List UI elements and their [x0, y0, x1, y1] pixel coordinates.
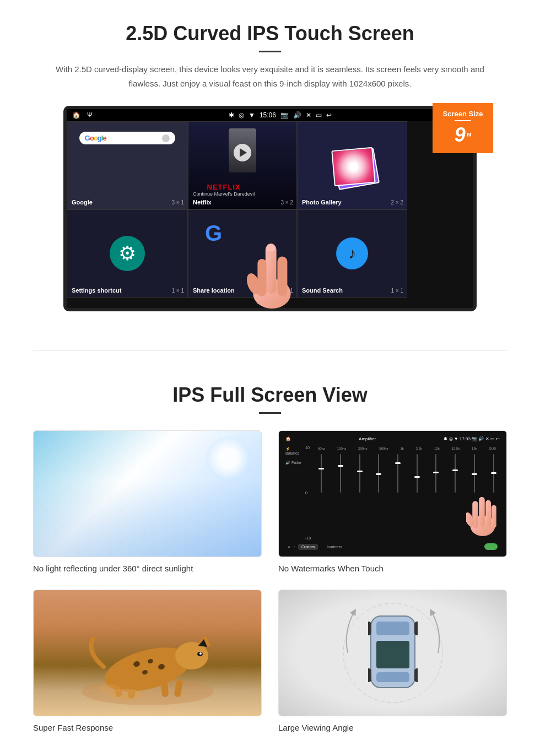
share-label: Share location: [193, 287, 235, 294]
svg-rect-37: [414, 622, 418, 635]
section-divider: [33, 350, 507, 350]
eq-custom-button[interactable]: Custom: [298, 544, 318, 550]
eq-amplifier-title: Amplifier: [359, 436, 376, 441]
eq-slider-6[interactable]: [417, 451, 418, 495]
netflix-label: Netflix: [193, 199, 212, 206]
eq-slider-1[interactable]: [321, 451, 322, 495]
time-display: 15:06: [260, 111, 276, 119]
eq-slider-2[interactable]: [340, 451, 341, 495]
eq-slider-5[interactable]: [397, 451, 398, 495]
sound-search-size: 1 × 1: [391, 288, 403, 294]
eq-loudness-toggle[interactable]: [484, 543, 498, 550]
photo-card-2: [331, 147, 375, 186]
sound-search-label: Sound Search: [302, 287, 343, 294]
settings-gear-icon: [110, 236, 145, 271]
home-icon[interactable]: 🏠: [72, 111, 80, 119]
equalizer-caption: No Watermarks When Touch: [278, 564, 507, 573]
car-image: [279, 590, 506, 716]
eq-status-icons: ✱ ◎ ▼ 17:33 📷 🔊 ✕ ▭ ↩: [444, 436, 500, 441]
music-note-icon: ♪: [336, 237, 368, 269]
share-location-cell[interactable]: G: [188, 209, 297, 298]
badge-size: 9": [438, 123, 488, 147]
cheetah-caption: Super Fast Response: [33, 723, 262, 732]
device-statusbar: 🏠 Ψ ✱ ◎ ▼ 15:06 📷 🔊 ✕ ▭ ↩: [67, 109, 473, 121]
photo-gallery-cell[interactable]: Photo Gallery 2 × 2: [297, 121, 407, 209]
eq-hand-icon: [466, 484, 499, 539]
feature-equalizer: 🏠 Amplifier ✱ ◎ ▼ 17:33 📷 🔊 ✕ ▭ ↩ ⚡ Bala…: [278, 430, 507, 573]
netflix-app-cell[interactable]: NETFLIX Continue Marvel's Daredevil Netf…: [188, 121, 297, 209]
feature-car: Large Viewing Angle: [278, 590, 507, 732]
eq-next-icon[interactable]: ›: [294, 545, 295, 549]
section1-title: 2.5D Curved IPS Touch Screen: [33, 22, 507, 45]
netflix-subtitle: Continue Marvel's Daredevil: [193, 191, 255, 197]
eq-slider-8[interactable]: [455, 451, 456, 495]
netflix-bg: NETFLIX Continue Marvel's Daredevil: [188, 122, 296, 209]
google-g-icon: G: [205, 221, 222, 246]
google-app-cell[interactable]: Google Google 3 × 1: [67, 121, 188, 209]
eq-balance-label: ⚡ Balance: [285, 447, 303, 455]
section2-underline: [259, 412, 281, 414]
svg-rect-31: [376, 622, 409, 635]
google-logo: Google: [85, 134, 106, 142]
svg-rect-10: [492, 505, 496, 528]
netflix-play-button[interactable]: [234, 144, 251, 161]
eq-slider-7[interactable]: [435, 451, 436, 495]
google-size: 3 × 1: [171, 199, 184, 206]
settings-icon-wrap: [67, 210, 187, 297]
svg-point-5: [267, 244, 276, 251]
badge-title: Screen Size: [438, 110, 488, 118]
eq-slider-3[interactable]: [359, 451, 360, 495]
svg-point-18: [199, 652, 202, 655]
svg-rect-33: [376, 672, 409, 682]
svg-rect-38: [368, 668, 371, 682]
share-cell-content: G: [188, 210, 296, 297]
svg-rect-39: [414, 668, 418, 682]
title-underline: [259, 51, 281, 52]
netflix-info: NETFLIX Continue Marvel's Daredevil: [193, 183, 255, 197]
photo-stack: [327, 145, 377, 195]
eq-fader-label: 🔊 Fader: [285, 461, 303, 465]
svg-rect-32: [376, 641, 409, 668]
netflix-size: 3 × 2: [280, 199, 293, 206]
eq-slider-4[interactable]: [378, 451, 379, 495]
google-label: Google: [72, 199, 93, 206]
sunlight-caption: No light reflecting under 360° direct su…: [33, 564, 262, 573]
features-grid: No light reflecting under 360° direct su…: [33, 430, 507, 732]
eq-home-icon: 🏠: [285, 436, 291, 441]
section2-title: IPS Full Screen View: [33, 384, 507, 407]
settings-cell[interactable]: Settings shortcut 1 × 1: [67, 209, 188, 298]
photo-gallery-label: Photo Gallery: [302, 199, 342, 206]
svg-rect-36: [368, 622, 371, 635]
device-screen: 🏠 Ψ ✱ ◎ ▼ 15:06 📷 🔊 ✕ ▭ ↩: [63, 106, 477, 311]
settings-label: Settings shortcut: [72, 287, 121, 294]
window-icon[interactable]: ▭: [316, 111, 322, 119]
svg-rect-9: [485, 500, 491, 527]
section1-desc: With 2.5D curved-display screen, this de…: [55, 62, 485, 90]
back-icon[interactable]: ↩: [326, 111, 332, 119]
eq-loudness-label: loudness: [327, 545, 342, 549]
wifi-icon: ▼: [249, 111, 255, 119]
sun-rays: [206, 436, 250, 480]
sound-icon-wrap: ♪: [298, 210, 407, 297]
netflix-logo: NETFLIX: [193, 183, 255, 191]
equalizer-image: 🏠 Amplifier ✱ ◎ ▼ 17:33 📷 🔊 ✕ ▭ ↩ ⚡ Bala…: [279, 431, 506, 557]
feature-cheetah: Super Fast Response: [33, 590, 262, 732]
statusbar-center: ✱ ◎ ▼ 15:06 📷 🔊 ✕ ▭ ↩: [229, 111, 332, 119]
device-mockup: Screen Size 9" 🏠 Ψ ✱ ◎ ▼: [63, 106, 477, 311]
bluetooth-icon: ✱: [229, 111, 234, 119]
close-icon[interactable]: ✕: [306, 111, 311, 119]
cheetah-image: [34, 590, 261, 716]
camera-icon: 📷: [280, 111, 289, 119]
svg-point-28: [98, 684, 120, 693]
sunlight-image-box: [33, 430, 262, 557]
feature-sunlight: No light reflecting under 360° direct su…: [33, 430, 262, 573]
statusbar-left: 🏠 Ψ: [72, 111, 93, 119]
usb-icon: Ψ: [87, 111, 93, 119]
cheetah-image-box: [33, 590, 262, 716]
sound-search-cell[interactable]: ♪ Sound Search 1 × 1: [297, 209, 407, 298]
google-mic-icon[interactable]: [162, 134, 170, 142]
location-icon: ◎: [239, 111, 244, 119]
google-search-bar[interactable]: Google: [79, 132, 175, 144]
equalizer-image-box: 🏠 Amplifier ✱ ◎ ▼ 17:33 📷 🔊 ✕ ▭ ↩ ⚡ Bala…: [278, 430, 507, 557]
eq-prev-icon[interactable]: ‹‹: [288, 545, 290, 549]
